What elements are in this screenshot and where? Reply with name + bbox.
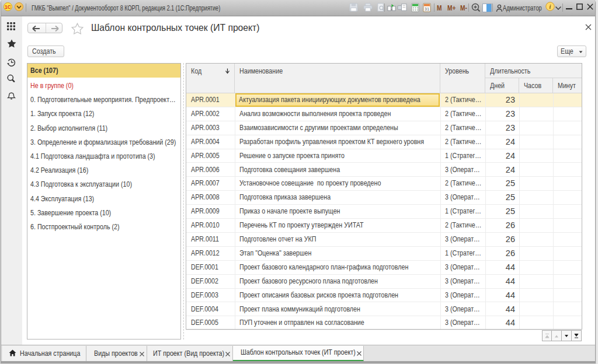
svg-text:i: i	[550, 4, 551, 10]
svg-text:31: 31	[425, 6, 429, 12]
svg-text:1С: 1С	[5, 4, 11, 10]
